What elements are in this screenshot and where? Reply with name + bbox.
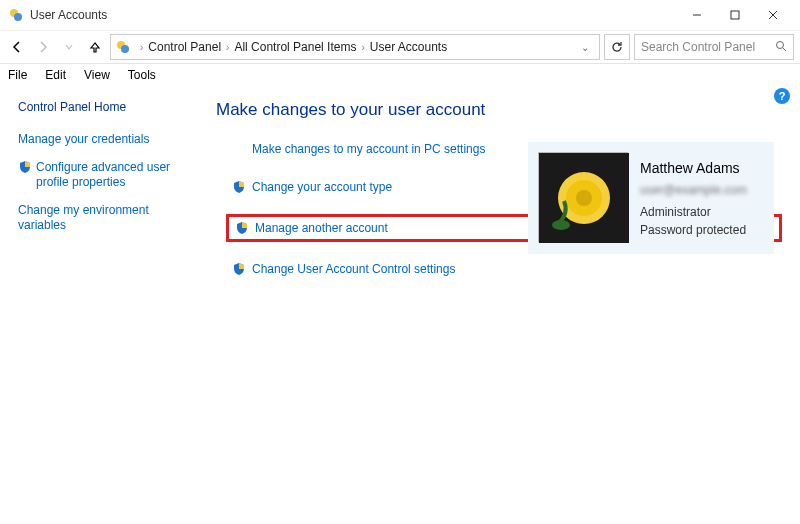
action-label: Make changes to my account in PC setting… <box>252 142 485 156</box>
breadcrumb-item[interactable]: User Accounts <box>370 40 447 54</box>
sidebar: Control Panel Home Manage your credentia… <box>18 94 188 296</box>
svg-point-13 <box>576 190 592 206</box>
close-button[interactable] <box>754 3 792 27</box>
breadcrumb-item[interactable]: Control Panel <box>148 40 221 54</box>
forward-button[interactable] <box>32 36 54 58</box>
shield-icon <box>232 262 246 276</box>
address-dropdown-icon[interactable]: ⌄ <box>575 42 595 53</box>
sidebar-link-label: Manage your credentials <box>18 132 149 148</box>
sidebar-link-label: Configure advanced user profile properti… <box>36 160 188 191</box>
maximize-button[interactable] <box>716 3 754 27</box>
user-name: Matthew Adams <box>640 158 747 179</box>
nav-bar: › Control Panel › All Control Panel Item… <box>0 30 800 64</box>
user-protection: Password protected <box>640 221 747 239</box>
breadcrumb-item[interactable]: All Control Panel Items <box>234 40 356 54</box>
action-label: Change your account type <box>252 180 392 194</box>
refresh-button[interactable] <box>604 34 630 60</box>
search-icon <box>775 40 787 55</box>
svg-point-7 <box>121 45 129 53</box>
shield-icon <box>18 160 32 174</box>
search-input[interactable]: Search Control Panel <box>634 34 794 60</box>
menu-tools[interactable]: Tools <box>128 68 156 82</box>
content-area: ? Control Panel Home Manage your credent… <box>0 86 800 304</box>
app-icon <box>8 7 24 23</box>
menu-bar: File Edit View Tools <box>0 64 800 86</box>
sidebar-link-credentials[interactable]: Manage your credentials <box>18 132 188 148</box>
menu-view[interactable]: View <box>84 68 110 82</box>
user-email: user@example.com <box>640 181 747 199</box>
user-info: Matthew Adams user@example.com Administr… <box>640 152 747 239</box>
svg-point-8 <box>777 41 784 48</box>
address-bar[interactable]: › Control Panel › All Control Panel Item… <box>110 34 600 60</box>
sidebar-link-label: Change my environment variables <box>18 203 188 234</box>
user-role: Administrator <box>640 203 747 221</box>
action-label: Manage another account <box>255 221 388 235</box>
page-heading: Make changes to your user account <box>216 100 782 120</box>
svg-point-14 <box>552 220 570 230</box>
svg-rect-3 <box>731 11 739 19</box>
avatar <box>538 152 628 242</box>
title-bar: User Accounts <box>0 0 800 30</box>
action-uac-settings[interactable]: Change User Account Control settings <box>226 258 782 280</box>
shield-icon <box>235 221 249 235</box>
help-icon[interactable]: ? <box>774 88 790 104</box>
sidebar-link-profile[interactable]: Configure advanced user profile properti… <box>18 160 188 191</box>
up-button[interactable] <box>84 36 106 58</box>
main-panel: Make changes to your user account Make c… <box>188 94 782 296</box>
location-icon <box>115 39 131 55</box>
svg-line-9 <box>783 48 786 51</box>
search-placeholder: Search Control Panel <box>641 40 755 54</box>
recent-dropdown[interactable] <box>58 36 80 58</box>
control-panel-home-link[interactable]: Control Panel Home <box>18 100 188 114</box>
window-title: User Accounts <box>30 8 107 22</box>
menu-file[interactable]: File <box>8 68 27 82</box>
minimize-button[interactable] <box>678 3 716 27</box>
shield-icon <box>232 180 246 194</box>
user-card: Matthew Adams user@example.com Administr… <box>528 142 774 254</box>
menu-edit[interactable]: Edit <box>45 68 66 82</box>
svg-point-1 <box>14 13 22 21</box>
action-label: Change User Account Control settings <box>252 262 455 276</box>
sidebar-link-envvars[interactable]: Change my environment variables <box>18 203 188 234</box>
back-button[interactable] <box>6 36 28 58</box>
